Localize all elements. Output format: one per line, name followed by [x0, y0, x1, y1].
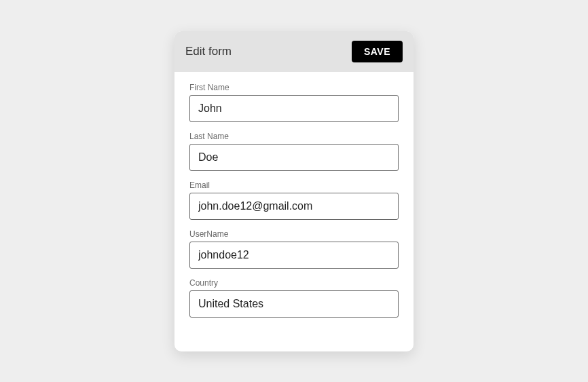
card-body: First Name Last Name Email UserName Coun… [174, 72, 414, 351]
username-field-group: UserName [189, 229, 399, 269]
country-input[interactable] [189, 290, 399, 318]
country-label: Country [189, 278, 399, 288]
edit-form-card: Edit form SAVE First Name Last Name Emai… [174, 31, 414, 351]
card-header: Edit form SAVE [174, 31, 414, 72]
username-input[interactable] [189, 242, 399, 269]
last-name-label: Last Name [189, 132, 399, 141]
email-label: Email [189, 180, 399, 190]
country-field-group: Country [189, 278, 399, 318]
first-name-input[interactable] [189, 95, 399, 122]
first-name-field-group: First Name [189, 83, 399, 122]
first-name-label: First Name [189, 83, 399, 92]
save-button[interactable]: SAVE [352, 41, 403, 62]
email-field-group: Email [189, 180, 399, 220]
last-name-field-group: Last Name [189, 132, 399, 171]
last-name-input[interactable] [189, 144, 399, 171]
card-title: Edit form [185, 45, 232, 58]
email-input[interactable] [189, 193, 399, 220]
username-label: UserName [189, 229, 399, 239]
